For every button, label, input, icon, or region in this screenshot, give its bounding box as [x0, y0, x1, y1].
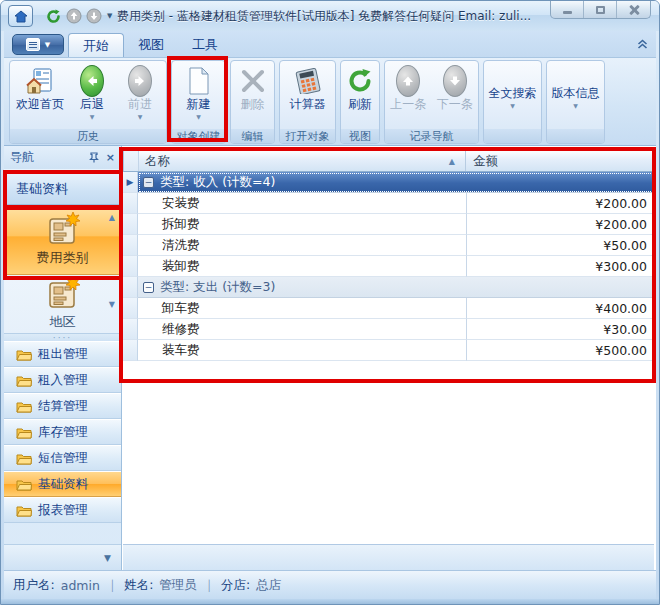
ribbon-collapse-button[interactable]: [637, 39, 648, 50]
previous-record-label: 上一条: [390, 97, 426, 111]
cell-amount: ¥200.00: [467, 193, 654, 214]
folder-icon: [16, 374, 32, 387]
application-menu-icon: [26, 38, 40, 51]
chevron-down-icon: ▼: [104, 553, 111, 563]
nav-scroll-up-icon[interactable]: ▲: [109, 213, 115, 222]
column-header-name[interactable]: 名称 ▲: [139, 151, 466, 171]
forward-icon: [128, 65, 152, 97]
table-row[interactable]: 安装费 ¥200.00: [123, 193, 654, 214]
ribbon-group-object-create: 新建 ▼ 对象创建: [171, 60, 226, 144]
collapse-group-icon[interactable]: −: [143, 177, 154, 188]
sidebar-item-basic-data[interactable]: 基础资料: [4, 471, 121, 497]
ribbon-group-version-info: 版本信息 ▼: [546, 60, 605, 144]
group-row-expense[interactable]: − 类型: 支出 (计数=3): [123, 277, 654, 298]
bottom-panel-strip: [123, 544, 654, 570]
collapse-group-icon[interactable]: −: [143, 282, 154, 293]
sidebar-splitter-handle[interactable]: ····: [4, 333, 121, 341]
welcome-home-button[interactable]: 欢迎首页: [12, 63, 68, 129]
region-icon: [46, 276, 80, 310]
close-button[interactable]: [617, 1, 650, 18]
cell-amount: ¥50.00: [467, 235, 654, 256]
refresh-quick-button[interactable]: [45, 8, 62, 25]
navigation-pane-header: 导航 ×: [4, 146, 121, 169]
delete-button[interactable]: 删除: [231, 63, 274, 129]
refresh-button[interactable]: 刷新: [341, 63, 379, 129]
table-row[interactable]: 装卸费 ¥300.00: [123, 256, 654, 277]
sidebar-item-fee-category[interactable]: 费用类别: [4, 205, 121, 275]
sidebar-item-reports[interactable]: 报表管理: [4, 497, 121, 523]
sidebar-item-label: 费用类别: [37, 249, 89, 267]
tab-start[interactable]: 开始: [68, 33, 124, 57]
home-icon: [14, 10, 28, 23]
down-quick-button[interactable]: [85, 8, 102, 25]
quick-access-dropdown-icon[interactable]: ▼: [107, 12, 112, 20]
previous-record-icon: [396, 65, 420, 97]
status-separator: ｜: [203, 577, 215, 594]
table-row[interactable]: 卸车费 ¥400.00: [123, 298, 654, 319]
fulltext-search-button[interactable]: 全文搜索 ▼: [485, 63, 541, 129]
column-header-name-label: 名称: [145, 153, 170, 170]
table-row[interactable]: 装车费 ¥500.00: [123, 340, 654, 361]
application-menu-dropdown-icon: ▼: [45, 41, 50, 49]
pin-icon[interactable]: [89, 152, 99, 163]
calculator-icon: [294, 65, 322, 97]
status-name-label: 姓名:: [124, 577, 153, 594]
fulltext-search-label: 全文搜索: [489, 86, 537, 100]
ribbon-group-view: 刷新 视图: [340, 60, 380, 144]
delete-label: 删除: [241, 97, 265, 111]
sidebar-item-inventory[interactable]: 库存管理: [4, 419, 121, 445]
version-info-label: 版本信息: [552, 86, 600, 100]
ribbon-tab-row: ▼ 开始 视图 工具: [4, 31, 656, 57]
sidebar-configure-button[interactable]: ▼: [4, 544, 121, 570]
forward-label: 前进: [128, 97, 152, 111]
fee-category-grid: 名称 ▲ 金额 ▶ − 类型: 收入 (计数=4) 安装费 ¥200.: [123, 150, 654, 361]
previous-record-button[interactable]: 上一条: [385, 63, 432, 129]
table-row[interactable]: 维修费 ¥30.00: [123, 319, 654, 340]
status-branch-value: 总店: [256, 577, 281, 594]
tab-tools[interactable]: 工具: [178, 33, 232, 57]
tab-view[interactable]: 视图: [124, 33, 178, 57]
sidebar-item-rent-in[interactable]: 租入管理: [4, 367, 121, 393]
forward-button[interactable]: 前进 ▼: [116, 63, 164, 129]
next-record-button[interactable]: 下一条: [432, 63, 479, 129]
folder-icon: [16, 426, 32, 439]
table-row[interactable]: 拆卸费 ¥200.00: [123, 214, 654, 235]
sidebar-group-header-basic-data[interactable]: 基础资料: [4, 172, 121, 205]
ribbon-group-record-navigation: 上一条 下一条 记录导航: [384, 60, 479, 144]
table-row[interactable]: 清洗费 ¥50.00: [123, 235, 654, 256]
cell-name: 装车费: [138, 340, 467, 361]
forward-dropdown-icon: ▼: [138, 113, 143, 120]
status-name-value: 管理员: [159, 577, 197, 594]
group-caption-history: 历史: [10, 129, 166, 144]
calculator-button[interactable]: 计算器: [280, 63, 335, 129]
navigation-close-icon[interactable]: ×: [106, 151, 115, 164]
sidebar-folder-list: 租出管理 租入管理 结算管理 库存管理 短信管理: [4, 341, 121, 523]
application-menu-button[interactable]: ▼: [12, 34, 64, 55]
nav-scroll-down-icon[interactable]: ▼: [109, 300, 115, 309]
status-branch-label: 分店:: [221, 577, 250, 594]
ribbon: 欢迎首页 后退 ▼ 前进 ▼ 历史: [4, 57, 656, 146]
folder-icon: [16, 478, 32, 491]
sidebar-item-settlement[interactable]: 结算管理: [4, 393, 121, 419]
minimize-button[interactable]: [551, 1, 584, 18]
back-button[interactable]: 后退 ▼: [68, 63, 116, 129]
group-row-income[interactable]: ▶ − 类型: 收入 (计数=4): [123, 172, 654, 193]
sidebar-item-label: 结算管理: [38, 398, 88, 415]
sidebar-item-region[interactable]: 地区: [4, 275, 121, 332]
cell-amount: ¥500.00: [467, 340, 654, 361]
welcome-home-label: 欢迎首页: [16, 97, 64, 111]
sidebar-item-sms[interactable]: 短信管理: [4, 445, 121, 471]
sidebar-item-rent-out[interactable]: 租出管理: [4, 341, 121, 367]
group-caption-record-navigation: 记录导航: [385, 129, 478, 144]
column-header-amount[interactable]: 金额: [466, 151, 653, 171]
quick-access-toolbar: ▼: [39, 4, 118, 28]
back-dropdown-icon: ▼: [90, 113, 95, 120]
version-info-button[interactable]: 版本信息 ▼: [548, 63, 604, 129]
navigation-pane: 导航 × 基础资料 ▲: [4, 146, 122, 570]
up-quick-button[interactable]: [65, 8, 82, 25]
next-record-icon: [443, 65, 467, 97]
sidebar-item-label: 基础资料: [38, 476, 88, 493]
home-button[interactable]: [8, 5, 33, 27]
new-button[interactable]: 新建 ▼: [175, 63, 223, 129]
maximize-button[interactable]: [584, 1, 617, 18]
